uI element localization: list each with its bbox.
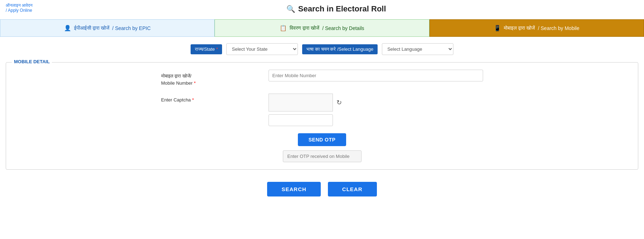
mobile-required: * <box>194 80 196 86</box>
user-icon: 👤 <box>64 25 71 31</box>
language-select[interactable]: Select Language <box>382 43 453 55</box>
tab-mobile[interactable]: 📱 मोबाइल द्वारा खोजें / Search by Mobile <box>429 19 644 37</box>
send-otp-row: SEND OTP <box>161 133 483 146</box>
mobile-label-col: मोबाइल द्वारा खोजें/ Mobile Number * <box>161 70 269 86</box>
page-title: 🔍 Search in Electoral Roll <box>34 4 638 14</box>
captcha-row: Enter Captcha * ↻ <box>161 94 483 126</box>
top-links: ऑनलाइन आवेदन / Apply Online <box>6 3 33 13</box>
mobile-input-col <box>269 70 483 81</box>
otp-row <box>161 150 483 162</box>
captcha-image <box>269 94 333 111</box>
action-row: SEARCH CLEAR <box>0 173 644 204</box>
state-required: * <box>216 46 218 52</box>
details-icon: 📋 <box>280 25 287 31</box>
captcha-input-col: ↻ <box>269 94 483 126</box>
tab-details-label-english: / Search by Details <box>322 25 364 31</box>
captcha-img-row: ↻ <box>269 94 483 111</box>
tab-details[interactable]: 📋 विवरण द्वारा खोजें / Search by Details <box>215 19 429 37</box>
captcha-field-label: Enter Captcha * <box>161 96 269 104</box>
page-title-container: 🔍 Search in Electoral Roll <box>34 3 638 14</box>
tab-epic-label-hindi: ईपीआईसी द्वारा खोजें <box>74 25 109 31</box>
mobile-field-label: मोबाइल द्वारा खोजें/ Mobile Number * <box>161 73 269 86</box>
captcha-label-col: Enter Captcha * <box>161 94 269 104</box>
mobile-number-row: मोबाइल द्वारा खोजें/ Mobile Number * <box>161 70 483 86</box>
mobile-icon: 📱 <box>494 25 501 31</box>
clear-button[interactable]: CLEAR <box>328 182 377 196</box>
state-select[interactable]: Select Your State <box>226 43 298 55</box>
apply-online-hindi-link[interactable]: ऑनलाइन आवेदन <box>6 3 33 8</box>
mobile-input[interactable] <box>269 70 483 81</box>
search-button[interactable]: SEARCH <box>267 182 320 196</box>
filter-row: राज्य/State * Select Your State भाषा का … <box>0 37 644 59</box>
send-otp-button[interactable]: SEND OTP <box>298 133 346 146</box>
card-title: MOBILE DETAIL <box>12 59 52 64</box>
inner-form: मोबाइल द्वारा खोजें/ Mobile Number * Ent… <box>161 70 483 162</box>
language-label: भाषा का चयन करे /Select Language <box>302 44 378 54</box>
apply-online-link[interactable]: / Apply Online <box>6 8 33 13</box>
tab-mobile-label-english: / Search by Mobile <box>538 25 579 31</box>
captcha-required: * <box>192 97 194 103</box>
captcha-input[interactable] <box>269 114 333 126</box>
tabs-container: 👤 ईपीआईसी द्वारा खोजें / Search by EPIC … <box>0 19 644 37</box>
search-icon: 🔍 <box>286 5 295 13</box>
top-bar: ऑनलाइन आवेदन / Apply Online 🔍 Search in … <box>0 0 644 16</box>
tab-epic[interactable]: 👤 ईपीआईसी द्वारा खोजें / Search by EPIC <box>0 19 215 37</box>
refresh-captcha-icon[interactable]: ↻ <box>336 99 342 106</box>
mobile-detail-card: MOBILE DETAIL मोबाइल द्वारा खोजें/ Mobil… <box>6 62 638 170</box>
page-title-text: Search in Electoral Roll <box>298 4 386 14</box>
tab-details-label-hindi: विवरण द्वारा खोजें <box>290 25 319 31</box>
otp-input[interactable] <box>283 150 362 162</box>
tab-epic-label-english: / Search by EPIC <box>112 25 151 31</box>
state-label: राज्य/State * <box>191 44 222 54</box>
tab-mobile-label-hindi: मोबाइल द्वारा खोजें <box>504 25 535 31</box>
